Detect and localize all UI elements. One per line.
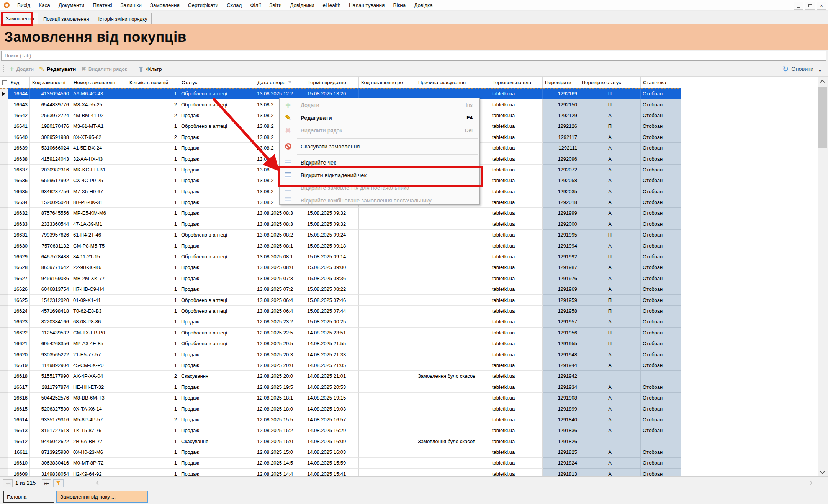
- table-row[interactable]: 16619114989290445-CM-6X-P01Продаж12.08.2…: [0, 360, 681, 371]
- column-header-12[interactable]: Перевірте статус: [579, 77, 641, 88]
- menu-item-10[interactable]: Звіти: [265, 0, 286, 11]
- cell: 14.08.2025 16:03: [305, 447, 359, 458]
- scrollbar-thumb[interactable]: [818, 87, 827, 148]
- column-header-1[interactable]: Код: [8, 77, 30, 88]
- table-row[interactable]: 166138151727518TK-T5-87-761Продаж12.08.2…: [0, 425, 681, 436]
- menu-item-7[interactable]: Сертифікати: [184, 0, 223, 11]
- tab-3[interactable]: Історія зміни порядку: [94, 13, 151, 24]
- add-button[interactable]: + Додати: [10, 65, 34, 72]
- table-row[interactable]: 1661187139259800X-H0-23-M61Продаж12.08.2…: [0, 447, 681, 458]
- tab-2[interactable]: Позиції замовлення: [39, 13, 93, 24]
- cell: Отобран: [641, 458, 681, 468]
- table-row[interactable]: 1661294450426222B-6A-BB-771Скасування12.…: [0, 436, 681, 447]
- menu-item-12[interactable]: eHealth: [319, 0, 345, 11]
- menu-item-6[interactable]: Замовлення: [146, 0, 184, 11]
- table-row[interactable]: 16625154231202001-09-X1-411Оброблено в а…: [0, 295, 681, 305]
- refresh-button[interactable]: ↻ Оновити ▼: [782, 62, 822, 76]
- table-row[interactable]: 16620930356522221-E5-77-571Продаж12.08.2…: [0, 349, 681, 360]
- context-menu-item-2[interactable]: ✎РедагуватиF4: [280, 111, 479, 124]
- menu-item-8[interactable]: Склад: [223, 0, 246, 11]
- column-header-11[interactable]: Перевірити: [543, 77, 579, 88]
- pager-last-button[interactable]: ▶▶: [42, 479, 51, 487]
- table-row[interactable]: 16629646752848884-11-21-151Оброблено в а…: [0, 251, 681, 262]
- table-row[interactable]: 166216954268356MP-A3-4E-851Оброблено в а…: [0, 338, 681, 349]
- edit-button[interactable]: ✎ Редагувати: [39, 65, 76, 73]
- column-header-5[interactable]: Статус: [179, 77, 255, 88]
- cell: 2: [127, 414, 179, 425]
- context-menu-item-5[interactable]: Скасувати замовлення: [280, 140, 479, 153]
- table-row[interactable]: 166266046813754H7-HB-C9-H41Продаж13.08.2…: [0, 284, 681, 295]
- table-row[interactable]: 16628865977164222-9B-36-K61Продаж13.08.2…: [0, 262, 681, 273]
- table-row[interactable]: 166307570631132CM-P8-M5-T51Продаж13.08.2…: [0, 240, 681, 251]
- vertical-scrollbar[interactable]: [818, 77, 828, 476]
- cell: [359, 338, 416, 349]
- grid-icon: [2, 80, 7, 85]
- table-row[interactable]: 16623822038416668-08-P8-861Продаж12.08.2…: [0, 316, 681, 327]
- menu-item-5[interactable]: Залишки: [116, 0, 146, 11]
- column-header-7[interactable]: Термін придатно: [305, 77, 359, 88]
- cell: M0-MT-8P-72: [71, 458, 127, 468]
- column-header-6[interactable]: Дата створе▽: [255, 77, 305, 88]
- table-row[interactable]: 166165044252576M8-BB-6M-T31Продаж12.08.2…: [0, 393, 681, 403]
- cell: 5310666024: [30, 143, 71, 153]
- table-row[interactable]: 166221125439532CM-TX-EB-P01Оброблено в а…: [0, 328, 681, 338]
- scroll-up-icon[interactable]: [820, 80, 825, 85]
- refresh-dropdown-caret[interactable]: ▼: [818, 69, 822, 73]
- column-header-9[interactable]: Причина скасування: [416, 77, 490, 88]
- hscroll-right-icon[interactable]: [808, 481, 812, 485]
- cell: 5206327580: [30, 403, 71, 414]
- cell: 15.08.2025 09:14: [305, 251, 359, 262]
- row-marker-cell: [0, 458, 8, 468]
- filter-button[interactable]: Фільтр: [138, 66, 162, 72]
- table-row[interactable]: 166328757645556MP-E5-KM-M61Продаж13.08.2…: [0, 208, 681, 219]
- menu-item-15[interactable]: Довідка: [410, 0, 437, 11]
- cell: tabletki.ua: [490, 110, 543, 121]
- cell: А: [579, 110, 641, 121]
- menu-item-11[interactable]: Довідники: [286, 0, 318, 11]
- column-header-4[interactable]: Кількість позицій: [127, 77, 179, 88]
- table-row[interactable]: 166185155177990AX-4P-XA-042Скасування12.…: [0, 371, 681, 382]
- window-tab-orders[interactable]: Замовлення від поку ...: [56, 491, 148, 503]
- table-row[interactable]: 166279459169036MB-2M-XK-771Продаж13.08.2…: [0, 273, 681, 284]
- column-header-2[interactable]: Код замовлені: [30, 77, 71, 88]
- table-row[interactable]: 166093149838054H2-K9-64-921Продаж12.08.2…: [0, 469, 681, 476]
- cell: tabletki.ua: [490, 447, 543, 458]
- cell: Отобран: [641, 425, 681, 436]
- pager-filter-button[interactable]: [53, 479, 64, 487]
- menu-item-13[interactable]: Налаштування: [345, 0, 389, 11]
- menu-item-2[interactable]: Каса: [34, 0, 54, 11]
- menu-item-14[interactable]: Вікна: [389, 0, 410, 11]
- row-marker-cell: [0, 208, 8, 219]
- column-header-8[interactable]: Код погашення ре: [359, 77, 416, 88]
- row-marker-cell: [0, 262, 8, 273]
- table-row[interactable]: 166103063830416M0-MT-8P-721Продаж12.08.2…: [0, 458, 681, 468]
- cell: CX-4C-P9-25: [71, 175, 127, 186]
- pager-first-button[interactable]: ◀◀: [3, 479, 13, 487]
- cell: 84-11-21-15: [71, 251, 127, 262]
- cell: 2563972724: [30, 110, 71, 121]
- menu-item-4[interactable]: Платежі: [88, 0, 116, 11]
- restore-button[interactable]: [805, 2, 815, 10]
- menu-item-3[interactable]: Документи: [54, 0, 88, 11]
- cell: 15.08.2025 09:24: [305, 230, 359, 240]
- table-row[interactable]: 16631799395762661-H4-2T-461Оброблено в а…: [0, 230, 681, 240]
- hscroll-left-icon[interactable]: [96, 481, 100, 485]
- table-row[interactable]: 1661552063275800X-TA-X6-141Продаж12.08.2…: [0, 403, 681, 414]
- scroll-down-icon[interactable]: [820, 469, 825, 474]
- menu-item-1[interactable]: Вихід: [13, 0, 34, 11]
- column-header-3[interactable]: Номер замовленн: [71, 77, 127, 88]
- cell: Отобран: [641, 110, 681, 121]
- delete-row-button[interactable]: ✖ Видалити рядок: [81, 65, 127, 72]
- table-row[interactable]: 166149335179316M5-8P-4P-572Продаж12.08.2…: [0, 414, 681, 425]
- table-row[interactable]: 166172811797874HE-HH-ET-321Продаж12.08.2…: [0, 382, 681, 393]
- search-input[interactable]: [1, 51, 826, 61]
- drag-handle[interactable]: [3, 65, 4, 73]
- menu-item-9[interactable]: Філії: [246, 0, 265, 11]
- column-header-10[interactable]: Торговельна пла: [490, 77, 543, 88]
- table-row[interactable]: 16633233336054447-1A-39-M11Продаж13.08.2…: [0, 219, 681, 230]
- window-tab-home[interactable]: Головна: [3, 491, 54, 503]
- column-header-13[interactable]: Стан чека: [641, 77, 681, 88]
- table-row[interactable]: 166244571698418T0-62-E8-B31Оброблено в а…: [0, 306, 681, 316]
- close-button[interactable]: ×: [817, 2, 826, 10]
- minimize-button[interactable]: [794, 2, 803, 10]
